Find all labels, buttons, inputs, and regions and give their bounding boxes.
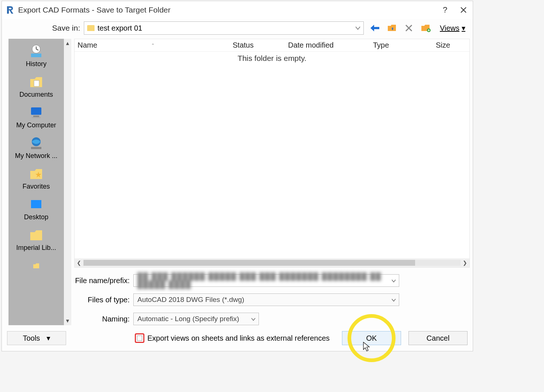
column-headers: Name ⌃ Status Date modified Type Size <box>75 39 469 52</box>
views-label: Views <box>440 24 459 32</box>
savein-value: test export 01 <box>97 24 142 32</box>
scroll-right-icon[interactable]: ❯ <box>461 260 469 266</box>
naming-row: Naming: Automatic - Long (Specify prefix… <box>74 313 470 325</box>
sidebar-item-label: Imperial Lib... <box>16 244 56 252</box>
cancel-button[interactable]: Cancel <box>408 331 468 345</box>
chevron-down-icon: ▾ <box>47 334 50 343</box>
naming-label: Naming: <box>74 315 130 323</box>
horizontal-scrollbar[interactable]: ❮ ❯ <box>75 258 469 267</box>
column-label: Type <box>373 41 389 49</box>
sidebar-item-my-network[interactable]: My Network ... <box>10 134 62 164</box>
filename-value: ██ ███ ██████ █████ ███ ███ ███████ ████… <box>137 272 389 289</box>
places-sidebar-wrap: History Documents My Computer <box>8 39 71 325</box>
sort-asc-icon: ⌃ <box>151 43 155 48</box>
documents-folder-icon <box>28 75 44 89</box>
column-status[interactable]: Status <box>230 41 285 49</box>
filetype-row: Files of type: AutoCAD 2018 DWG Files (*… <box>74 293 470 306</box>
delete-button[interactable] <box>403 22 415 34</box>
savein-label: Save in: <box>6 24 80 32</box>
titlebar: Export CAD Formats - Save to Target Fold… <box>2 1 473 19</box>
savein-dropdown[interactable]: test export 01 <box>84 21 364 35</box>
scroll-track[interactable] <box>83 260 461 266</box>
help-button[interactable]: ? <box>436 1 454 19</box>
svg-rect-6 <box>32 117 41 118</box>
filetype-label: Files of type: <box>74 296 130 304</box>
bottom-bar: Tools ▾ Export views on sheets and links… <box>2 325 473 351</box>
sidebar-item-label: History <box>26 60 47 68</box>
cancel-label: Cancel <box>427 334 449 343</box>
checkbox-label: Export views on sheets and links as exte… <box>147 334 330 343</box>
filename-label: File name/prefix: <box>74 276 130 285</box>
history-icon <box>28 44 44 59</box>
dialog-title: Export CAD Formats - Save to Target Fold… <box>18 6 436 14</box>
svg-rect-3 <box>34 80 39 86</box>
chevron-down-icon <box>251 315 256 323</box>
sidebar-item-desktop[interactable]: Desktop <box>10 195 62 225</box>
empty-message: This folder is empty. <box>75 52 469 63</box>
export-dialog: Export CAD Formats - Save to Target Fold… <box>1 1 473 351</box>
chevron-down-icon <box>355 24 360 32</box>
filetype-value: AutoCAD 2018 DWG Files (*.dwg) <box>137 296 244 304</box>
chevron-down-icon <box>391 296 396 304</box>
export-views-checkbox[interactable]: Export views on sheets and links as exte… <box>135 333 330 343</box>
tools-button[interactable]: Tools ▾ <box>7 331 66 345</box>
new-folder-button[interactable] <box>420 22 432 34</box>
folder-icon <box>28 228 44 243</box>
desktop-icon <box>28 197 44 212</box>
column-name[interactable]: Name ⌃ <box>75 41 230 49</box>
main-area: History Documents My Computer <box>2 37 473 325</box>
cursor-icon <box>363 341 371 352</box>
column-type[interactable]: Type <box>370 41 433 49</box>
svg-rect-8 <box>31 147 41 149</box>
file-panel: Name ⌃ Status Date modified Type Size Th… <box>74 39 470 325</box>
sidebar-item-label: Favorites <box>23 183 50 190</box>
sidebar-scrollbar[interactable]: ▲ ▼ <box>64 39 71 325</box>
column-label: Size <box>436 41 450 49</box>
filename-row: File name/prefix: ██ ███ ██████ █████ ██… <box>74 274 470 287</box>
svg-rect-9 <box>31 200 41 208</box>
app-icon <box>6 5 15 15</box>
column-label: Status <box>233 41 254 49</box>
sidebar-item-favorites[interactable]: Favorites <box>10 164 62 194</box>
filetype-dropdown[interactable]: AutoCAD 2018 DWG Files (*.dwg) <box>133 293 399 306</box>
places-sidebar: History Documents My Computer <box>8 39 64 325</box>
close-button[interactable] <box>454 1 473 19</box>
back-button[interactable] <box>369 22 381 34</box>
network-icon <box>28 136 44 151</box>
sidebar-item-extra[interactable] <box>10 256 62 273</box>
column-label: Date modified <box>288 41 333 49</box>
computer-icon <box>28 105 44 120</box>
naming-dropdown[interactable]: Automatic - Long (Specify prefix) <box>133 313 259 325</box>
views-button[interactable]: Views ▾ <box>437 24 468 32</box>
folder-icon <box>87 25 95 31</box>
sidebar-item-my-computer[interactable]: My Computer <box>10 103 62 133</box>
sidebar-item-label: Documents <box>19 91 53 99</box>
file-list[interactable]: Name ⌃ Status Date modified Type Size Th… <box>74 39 470 268</box>
sidebar-item-history[interactable]: History <box>10 42 62 72</box>
chevron-down-icon: ▾ <box>462 24 465 32</box>
scroll-thumb[interactable] <box>83 260 415 266</box>
svg-rect-4 <box>31 107 41 115</box>
column-date[interactable]: Date modified <box>285 41 370 49</box>
sidebar-item-label: My Network ... <box>15 152 57 160</box>
folder-icon <box>28 258 44 273</box>
up-folder-button[interactable] <box>386 22 398 34</box>
scroll-left-icon[interactable]: ❮ <box>75 260 83 266</box>
sidebar-item-label: My Computer <box>16 121 56 129</box>
sidebar-item-documents[interactable]: Documents <box>10 72 62 102</box>
svg-rect-2 <box>31 54 41 57</box>
scroll-up-icon[interactable]: ▲ <box>65 39 70 48</box>
sidebar-item-imperial-lib[interactable]: Imperial Lib... <box>10 226 62 255</box>
chevron-down-icon <box>391 276 396 285</box>
savein-row: Save in: test export 01 Views ▾ <box>2 19 473 37</box>
checkbox-icon[interactable] <box>135 333 144 343</box>
scroll-down-icon[interactable]: ▼ <box>65 316 70 325</box>
nav-toolbar: Views ▾ <box>367 22 468 34</box>
sidebar-item-label: Desktop <box>24 213 48 221</box>
form-area: File name/prefix: ██ ███ ██████ █████ ██… <box>74 268 470 325</box>
tools-label: Tools <box>23 334 40 343</box>
ok-button[interactable]: OK <box>342 331 401 345</box>
filename-input[interactable]: ██ ███ ██████ █████ ███ ███ ███████ ████… <box>133 274 399 287</box>
favorites-folder-icon <box>28 166 44 181</box>
column-size[interactable]: Size <box>433 41 462 49</box>
